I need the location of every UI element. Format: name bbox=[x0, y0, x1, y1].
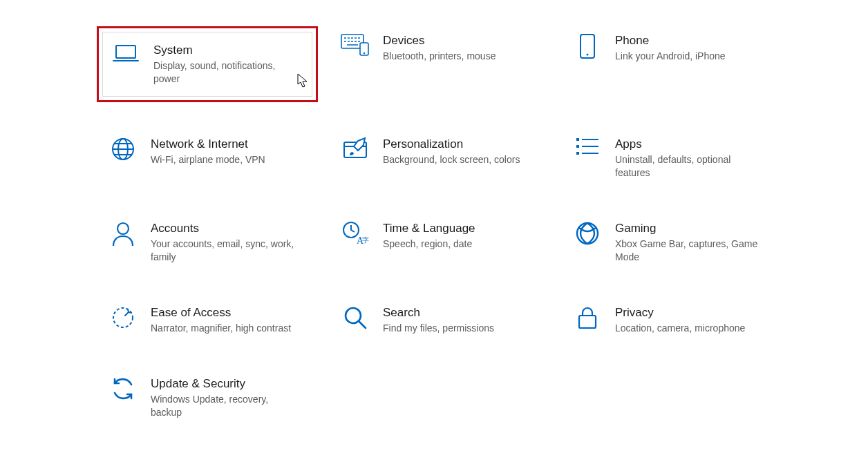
category-desc: Wi-Fi, airplane mode, VPN bbox=[151, 153, 296, 166]
category-title: Personalization bbox=[383, 137, 542, 152]
svg-rect-0 bbox=[116, 46, 135, 58]
category-title: Devices bbox=[383, 33, 542, 48]
category-accounts[interactable]: Accounts Your accounts, email, sync, wor… bbox=[97, 214, 318, 271]
category-title: Apps bbox=[615, 137, 774, 152]
category-title: Network & Internet bbox=[151, 137, 310, 152]
category-update-security[interactable]: Update & Security Windows Update, recove… bbox=[97, 369, 318, 426]
category-title: Ease of Access bbox=[151, 305, 310, 320]
category-network[interactable]: Network & Internet Wi-Fi, airplane mode,… bbox=[97, 130, 318, 186]
ease-icon bbox=[106, 305, 140, 333]
category-desc: Your accounts, email, sync, work, family bbox=[151, 238, 296, 264]
category-personalization[interactable]: Personalization Background, lock screen,… bbox=[329, 130, 550, 186]
category-desc: Link your Android, iPhone bbox=[615, 50, 760, 63]
svg-point-20 bbox=[113, 308, 133, 327]
category-gaming[interactable]: Gaming Xbox Game Bar, captures, Game Mod… bbox=[561, 214, 782, 271]
svg-rect-14 bbox=[582, 153, 598, 154]
svg-text:字: 字 bbox=[362, 236, 369, 244]
keyboard-icon bbox=[339, 33, 372, 61]
svg-rect-22 bbox=[579, 316, 596, 328]
category-title: Gaming bbox=[615, 221, 774, 236]
category-desc: Narrator, magnifier, high contrast bbox=[151, 322, 296, 335]
category-phone[interactable]: Phone Link your Android, iPhone bbox=[561, 26, 782, 102]
category-desc: Find my files, permissions bbox=[383, 322, 528, 335]
category-privacy[interactable]: Privacy Location, camera, microphone bbox=[561, 298, 782, 342]
globe-icon bbox=[106, 137, 140, 164]
category-ease-of-access[interactable]: Ease of Access Narrator, magnifier, high… bbox=[97, 298, 318, 342]
svg-point-15 bbox=[117, 223, 129, 234]
category-desc: Display, sound, notifications, power bbox=[153, 59, 299, 86]
svg-point-3 bbox=[364, 52, 365, 54]
svg-rect-9 bbox=[576, 138, 579, 141]
category-title: Update & Security bbox=[151, 376, 310, 392]
category-title: Phone bbox=[615, 33, 774, 48]
category-desc: Location, camera, microphone bbox=[615, 322, 760, 335]
svg-point-5 bbox=[587, 54, 589, 56]
svg-point-21 bbox=[346, 308, 361, 323]
apps-list-icon bbox=[571, 137, 604, 164]
gaming-icon bbox=[571, 221, 604, 249]
svg-rect-12 bbox=[582, 139, 598, 140]
lock-icon bbox=[571, 305, 604, 333]
category-title: Accounts bbox=[151, 221, 310, 236]
category-title: System bbox=[153, 43, 310, 58]
category-title: Time & Language bbox=[383, 221, 542, 236]
category-desc: Windows Update, recovery, backup bbox=[151, 393, 296, 419]
laptop-icon bbox=[109, 43, 142, 70]
category-desc: Speech, region, date bbox=[383, 238, 528, 251]
category-time-language[interactable]: A字 Time & Language Speech, region, date bbox=[329, 214, 550, 271]
person-icon bbox=[106, 221, 140, 249]
category-system[interactable]: System Display, sound, notifications, po… bbox=[97, 26, 318, 102]
settings-categories-grid: System Display, sound, notifications, po… bbox=[0, 0, 868, 426]
category-desc: Bluetooth, printers, mouse bbox=[383, 50, 528, 63]
category-desc: Uninstall, defaults, optional features bbox=[615, 153, 760, 180]
svg-rect-13 bbox=[582, 146, 598, 147]
category-apps[interactable]: Apps Uninstall, defaults, optional featu… bbox=[561, 130, 782, 186]
search-icon bbox=[339, 305, 372, 333]
category-title: Search bbox=[383, 305, 542, 320]
category-desc: Background, lock screen, colors bbox=[383, 153, 528, 166]
sync-icon bbox=[106, 376, 140, 404]
category-title: Privacy bbox=[615, 305, 774, 320]
svg-rect-10 bbox=[576, 145, 579, 148]
category-devices[interactable]: Devices Bluetooth, printers, mouse bbox=[329, 26, 550, 102]
category-search[interactable]: Search Find my files, permissions bbox=[329, 298, 550, 342]
phone-icon bbox=[571, 33, 604, 61]
svg-rect-11 bbox=[576, 152, 579, 155]
paintbrush-icon bbox=[339, 137, 372, 164]
category-desc: Xbox Game Bar, captures, Game Mode bbox=[615, 238, 760, 264]
time-lang-icon: A字 bbox=[339, 221, 372, 249]
